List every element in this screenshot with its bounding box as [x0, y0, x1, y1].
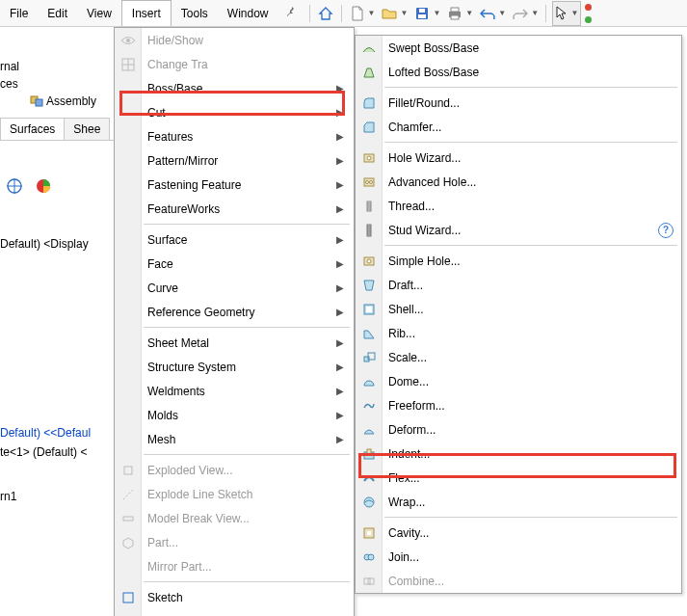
menu-label: Combine...: [388, 575, 444, 588]
menu-flex[interactable]: Flex...: [356, 466, 681, 490]
dropdown-icon[interactable]: ▼: [465, 9, 473, 17]
menu-sweptbossbase[interactable]: Swept Boss/Base: [356, 36, 681, 60]
menu-simplehole[interactable]: Simple Hole...: [356, 249, 681, 273]
simplehole-icon: [360, 253, 378, 270]
tree-item[interactable]: rn1: [0, 490, 16, 503]
lofted-icon: [360, 64, 378, 81]
home-button[interactable]: [314, 5, 337, 22]
menu-3dsketch[interactable]: 3D3D Sketch: [115, 609, 354, 616]
menu-surface[interactable]: Surface▶: [115, 228, 354, 252]
svg-rect-12: [36, 99, 42, 106]
target-icon[interactable]: [6, 177, 23, 198]
menu-label: Freeform...: [388, 399, 445, 413]
dropdown-icon[interactable]: ▼: [368, 9, 376, 17]
menu-label: Explode Line Sketch: [147, 488, 252, 501]
menu-view[interactable]: View: [77, 0, 121, 26]
menu-fillet[interactable]: Fillet/Round...: [356, 91, 681, 115]
svg-rect-44: [368, 578, 374, 584]
menu-rib[interactable]: Rib...: [356, 321, 681, 345]
svg-point-26: [366, 180, 369, 183]
menu-cut[interactable]: Cut▶: [115, 100, 354, 124]
menu-features[interactable]: Features▶: [115, 124, 354, 148]
menu-patternmirror[interactable]: Pattern/Mirror▶: [115, 148, 354, 173]
submenu-arrow-icon: ▶: [336, 386, 344, 396]
help-icon[interactable]: ?: [658, 223, 674, 238]
menu-label: Model Break View...: [147, 512, 250, 525]
menu-indent[interactable]: Indent...: [356, 442, 681, 466]
tree-item[interactable]: te<1> (Default) <: [0, 445, 87, 459]
submenu-arrow-icon: ▶: [336, 107, 344, 118]
menu-dome[interactable]: Dome...: [356, 369, 681, 393]
tree-item[interactable]: Default) <<Defaul: [0, 426, 91, 440]
appearance-icon[interactable]: [35, 177, 52, 198]
thread-icon: [360, 198, 378, 215]
assembly-label[interactable]: Assembly: [46, 94, 96, 108]
menu-draft[interactable]: Draft...: [356, 273, 681, 297]
menu-join[interactable]: Join...: [356, 545, 681, 569]
menu-label: Stud Wizard...: [388, 224, 461, 237]
menu-edit[interactable]: Edit: [38, 0, 77, 26]
menu-scale[interactable]: Scale...: [356, 345, 681, 369]
undo-button[interactable]: ▼: [476, 5, 509, 22]
tab-surfaces[interactable]: Surfaces: [0, 118, 65, 140]
menu-tools[interactable]: Tools: [172, 0, 218, 26]
menu-cavity[interactable]: Cavity...: [356, 521, 681, 545]
join-icon: [360, 549, 378, 566]
svg-rect-21: [123, 593, 133, 603]
menu-referencegeometry[interactable]: Reference Geometry▶: [115, 300, 354, 324]
open-button[interactable]: ▼: [378, 5, 410, 22]
tabstrip: Surfaces Shee: [0, 118, 114, 141]
menu-studwizard[interactable]: Stud Wizard...?: [356, 218, 681, 242]
select-tool[interactable]: ▼: [552, 1, 581, 26]
menu-label: Wrap...: [388, 495, 425, 509]
menu-label: Flex...: [388, 471, 420, 485]
menu-sheetmetal[interactable]: Sheet Metal▶: [115, 331, 354, 355]
modelbreak-icon: [119, 510, 137, 527]
menu-shell[interactable]: Shell...: [356, 297, 681, 321]
menu-holewizard[interactable]: Hole Wizard...: [356, 146, 681, 170]
menu-fasteningfeature[interactable]: Fastening Feature▶: [115, 173, 354, 197]
svg-point-42: [368, 554, 374, 560]
menu-curve[interactable]: Curve▶: [115, 276, 354, 300]
traffic-icon: [585, 4, 593, 23]
menu-label: Boss/Base: [147, 82, 202, 95]
print-button[interactable]: ▼: [443, 5, 476, 22]
menu-featureworks[interactable]: FeatureWorks▶: [115, 197, 354, 221]
menu-sketch[interactable]: Sketch: [115, 585, 354, 609]
menu-file[interactable]: File: [0, 0, 38, 26]
menu-structuresystem[interactable]: Structure System▶: [115, 355, 354, 379]
dropdown-icon[interactable]: ▼: [498, 9, 506, 17]
menu-thread[interactable]: Thread...: [356, 194, 681, 218]
dropdown-icon[interactable]: ▼: [571, 9, 579, 17]
menu-explodelinesketch: Explode Line Sketch: [115, 482, 354, 506]
menu-separator: [384, 517, 677, 518]
menu-window[interactable]: Window: [218, 0, 278, 26]
menu-chamfer[interactable]: Chamfer...: [356, 115, 681, 139]
tab-sheet[interactable]: Shee: [64, 118, 110, 140]
redo-button[interactable]: ▼: [509, 5, 542, 22]
dropdown-icon[interactable]: ▼: [400, 9, 408, 17]
menu-loftedbossbase[interactable]: Lofted Boss/Base: [356, 60, 681, 84]
menu-freeform[interactable]: Freeform...: [356, 393, 681, 417]
menu-face[interactable]: Face▶: [115, 252, 354, 276]
menu-molds[interactable]: Molds▶: [115, 403, 354, 427]
advancedhole-icon: [360, 174, 378, 191]
menu-deform[interactable]: Deform...: [356, 417, 681, 442]
menu-advancedhole[interactable]: Advanced Hole...: [356, 170, 681, 194]
menu-separator: [384, 245, 677, 246]
menu-separator: [384, 87, 677, 88]
menu-mesh[interactable]: Mesh▶: [115, 427, 354, 451]
dropdown-icon[interactable]: ▼: [433, 9, 440, 17]
menu-wrap[interactable]: Wrap...: [356, 490, 681, 514]
save-button[interactable]: ▼: [410, 5, 443, 22]
menu-weldments[interactable]: Weldments▶: [115, 379, 354, 403]
svg-point-17: [126, 39, 130, 42]
menu-label: Advanced Hole...: [388, 175, 476, 189]
submenu-arrow-icon: ▶: [336, 337, 344, 348]
svg-rect-37: [367, 449, 371, 454]
menu-bossbase[interactable]: Boss/Base▶: [115, 76, 354, 100]
pin-icon[interactable]: [278, 6, 305, 20]
dropdown-icon[interactable]: ▼: [531, 9, 539, 17]
menu-insert[interactable]: Insert: [121, 0, 172, 26]
new-button[interactable]: ▼: [346, 5, 379, 22]
